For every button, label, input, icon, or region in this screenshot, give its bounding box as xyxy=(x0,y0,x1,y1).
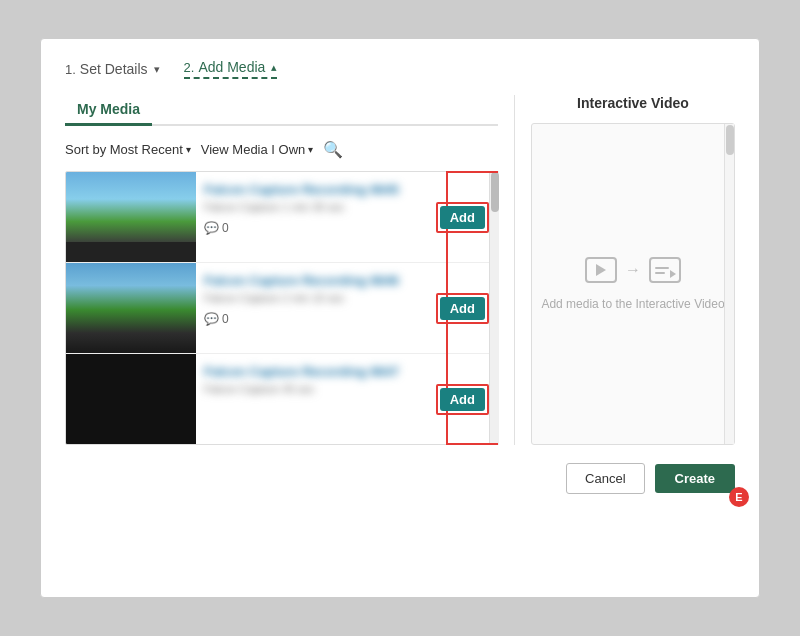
iv-arrow-icon: → xyxy=(625,261,641,279)
media-meta: 💬 0 xyxy=(204,312,420,326)
step1-icon: ▾ xyxy=(154,63,160,76)
annotation-e: E xyxy=(729,487,749,507)
view-label: View Media I Own xyxy=(201,142,306,157)
step-set-details[interactable]: 1. Set Details ▾ xyxy=(65,61,160,77)
media-item: Falcon Capture Recording 6645 Falcon Cap… xyxy=(66,172,497,263)
media-info: Falcon Capture Recording 6647 Falcon Cap… xyxy=(196,354,428,444)
media-title: Falcon Capture Recording 6645 xyxy=(204,182,420,197)
step1-num: 1. xyxy=(65,62,76,77)
step2-num: 2. xyxy=(184,60,195,75)
media-thumbnail xyxy=(66,263,196,353)
step2-icon: ▴ xyxy=(271,61,277,74)
step2-label: Add Media xyxy=(198,59,265,75)
interactive-video-area: → Add media to the Interactive Video xyxy=(531,123,735,445)
iv-icons: → xyxy=(585,257,681,283)
media-info: Falcon Capture Recording 6646 Falcon Cap… xyxy=(196,263,428,353)
add-btn-container: Add xyxy=(428,172,497,262)
thumb-image xyxy=(66,263,196,353)
add-button[interactable]: Add xyxy=(440,297,485,320)
add-btn-area: Add xyxy=(436,202,489,233)
search-icon: 🔍 xyxy=(323,141,343,158)
iv-placeholder: → Add media to the Interactive Video xyxy=(541,257,724,311)
media-list-wrapper: Falcon Capture Recording 6645 Falcon Cap… xyxy=(65,171,498,445)
iv-play-icon xyxy=(596,264,606,276)
media-thumbnail xyxy=(66,172,196,262)
right-scrollbar-thumb[interactable] xyxy=(726,125,734,155)
sort-dropdown[interactable]: Sort by Most Recent ▾ xyxy=(65,142,191,157)
scrollbar-track[interactable] xyxy=(489,171,499,445)
sort-caret: ▾ xyxy=(186,144,191,155)
create-btn-wrapper: Create E xyxy=(655,464,735,493)
add-button[interactable]: Add xyxy=(440,388,485,411)
iv-line2 xyxy=(655,272,665,274)
iv-placeholder-text: Add media to the Interactive Video xyxy=(541,297,724,311)
main-content: My Media Sort by Most Recent ▾ View Medi… xyxy=(65,95,735,445)
step-add-media[interactable]: 2. Add Media ▴ xyxy=(184,59,278,79)
media-meta: 💬 0 xyxy=(204,221,420,235)
comment-icon: 💬 xyxy=(204,312,219,326)
view-dropdown[interactable]: View Media I Own ▾ xyxy=(201,142,314,157)
create-button[interactable]: Create xyxy=(655,464,735,493)
search-button[interactable]: 🔍 xyxy=(323,140,343,159)
scrollbar-thumb[interactable] xyxy=(491,172,499,212)
thumb-image xyxy=(66,354,196,444)
media-thumbnail xyxy=(66,354,196,444)
add-btn-area: Add xyxy=(436,384,489,415)
thumb-image xyxy=(66,172,196,262)
add-btn-area: Add xyxy=(436,293,489,324)
iv-video-icon xyxy=(585,257,617,283)
left-panel: My Media Sort by Most Recent ▾ View Medi… xyxy=(65,95,515,445)
media-title: Falcon Capture Recording 6647 xyxy=(204,364,420,379)
media-desc: Falcon Capture 45 sec xyxy=(204,383,420,395)
right-scrollbar[interactable] xyxy=(724,124,734,444)
iv-lines-icon xyxy=(649,257,681,283)
iv-line-play xyxy=(670,270,676,278)
add-btn-container: Add D xyxy=(428,263,497,353)
view-caret: ▾ xyxy=(308,144,313,155)
comment-icon: 💬 xyxy=(204,221,219,235)
add-button[interactable]: Add xyxy=(440,206,485,229)
iv-line1 xyxy=(655,267,669,269)
media-item: Falcon Capture Recording 6647 Falcon Cap… xyxy=(66,354,497,444)
tab-my-media[interactable]: My Media xyxy=(65,95,152,126)
media-title: Falcon Capture Recording 6646 xyxy=(204,273,420,288)
modal-footer: Cancel Create E xyxy=(65,463,735,494)
steps-bar: 1. Set Details ▾ 2. Add Media ▴ xyxy=(65,59,735,79)
toolbar: Sort by Most Recent ▾ View Media I Own ▾… xyxy=(65,140,498,159)
right-panel: Interactive Video → Add medi xyxy=(515,95,735,445)
media-desc: Falcon Capture 1 min 30 sec xyxy=(204,201,420,213)
comment-count: 0 xyxy=(222,312,229,326)
media-info: Falcon Capture Recording 6645 Falcon Cap… xyxy=(196,172,428,262)
cancel-button[interactable]: Cancel xyxy=(566,463,644,494)
media-item: Falcon Capture Recording 6646 Falcon Cap… xyxy=(66,263,497,354)
sort-label: Sort by Most Recent xyxy=(65,142,183,157)
add-btn-container: Add xyxy=(428,354,497,444)
media-list: Falcon Capture Recording 6645 Falcon Cap… xyxy=(65,171,498,445)
interactive-video-title: Interactive Video xyxy=(531,95,735,111)
step1-label: Set Details xyxy=(80,61,148,77)
media-desc: Falcon Capture 2 min 10 sec xyxy=(204,292,420,304)
comment-count: 0 xyxy=(222,221,229,235)
modal: 1. Set Details ▾ 2. Add Media ▴ My Media… xyxy=(40,38,760,598)
tab-bar: My Media xyxy=(65,95,498,126)
